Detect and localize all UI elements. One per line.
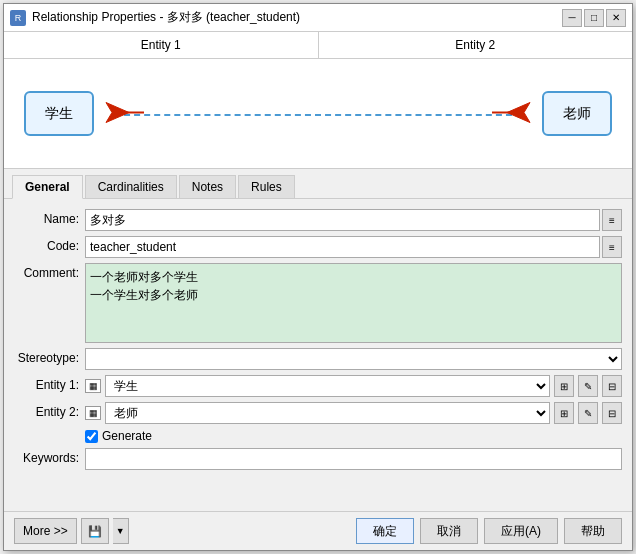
titlebar-left: R Relationship Properties - 多对多 (teacher…: [10, 9, 300, 26]
name-row: Name: ≡: [14, 209, 622, 231]
entity2-icon: ▦: [85, 406, 101, 420]
entity1-row-inner: ▦ 学生 ⊞ ✎ ⊟: [85, 375, 622, 397]
tabs-area: General Cardinalities Notes Rules: [4, 169, 632, 199]
titlebar: R Relationship Properties - 多对多 (teacher…: [4, 4, 632, 32]
entity1-header: Entity 1: [4, 32, 319, 58]
arrow-right: [492, 97, 532, 130]
comment-input[interactable]: 一个老师对多个学生 一个学生对多个老师: [85, 263, 622, 343]
entity2-btn1[interactable]: ⊞: [554, 402, 574, 424]
entity2-row-inner: ▦ 老师 ⊞ ✎ ⊟: [85, 402, 622, 424]
entity2-header: Entity 2: [319, 32, 633, 58]
save-button[interactable]: 💾: [81, 518, 109, 544]
content-area: Name: ≡ Code: ≡ Comment: 一个老师对多个学生 一个学生对…: [4, 199, 632, 511]
name-input[interactable]: [85, 209, 600, 231]
confirm-button[interactable]: 确定: [356, 518, 414, 544]
dropdown-icon: ▼: [116, 526, 125, 536]
help-button[interactable]: 帮助: [564, 518, 622, 544]
app-icon: R: [10, 10, 26, 26]
entity1-label: Entity 1:: [14, 375, 79, 392]
code-row: Code: ≡: [14, 236, 622, 258]
entity2-row: Entity 2: ▦ 老师 ⊞ ✎ ⊟: [14, 402, 622, 424]
entity2-btn3[interactable]: ⊟: [602, 402, 622, 424]
main-window: R Relationship Properties - 多对多 (teacher…: [3, 3, 633, 551]
maximize-button[interactable]: □: [584, 9, 604, 27]
generate-label: Generate: [102, 429, 152, 443]
entity1-select[interactable]: 学生: [105, 375, 550, 397]
entity-left-label: 学生: [45, 105, 73, 123]
titlebar-controls: ─ □ ✕: [562, 9, 626, 27]
code-label: Code:: [14, 236, 79, 253]
generate-checkbox[interactable]: [85, 430, 98, 443]
entity-box-right: 老师: [542, 91, 612, 136]
stereotype-label: Stereotype:: [14, 348, 79, 365]
entity2-btn2[interactable]: ✎: [578, 402, 598, 424]
keywords-input[interactable]: [85, 448, 622, 470]
minimize-button[interactable]: ─: [562, 9, 582, 27]
entity1-icon: ▦: [85, 379, 101, 393]
dashed-line: [114, 114, 522, 116]
tab-general[interactable]: General: [12, 175, 83, 199]
save-icon: 💾: [88, 525, 102, 538]
entity2-label: Entity 2:: [14, 402, 79, 419]
entity1-row: Entity 1: ▦ 学生 ⊞ ✎ ⊟: [14, 375, 622, 397]
stereotype-select[interactable]: [85, 348, 622, 370]
window-title: Relationship Properties - 多对多 (teacher_s…: [32, 9, 300, 26]
code-input[interactable]: [85, 236, 600, 258]
stereotype-row: Stereotype:: [14, 348, 622, 370]
code-side-btn[interactable]: ≡: [602, 236, 622, 258]
tab-rules[interactable]: Rules: [238, 175, 295, 198]
diagram-area: 学生 老师: [4, 59, 632, 169]
entity2-select[interactable]: 老师: [105, 402, 550, 424]
code-input-group: ≡: [85, 236, 622, 258]
name-label: Name:: [14, 209, 79, 226]
generate-row: Generate: [85, 429, 622, 443]
save-dropdown[interactable]: ▼: [113, 518, 129, 544]
comment-label: Comment:: [14, 263, 79, 280]
tab-cardinalities[interactable]: Cardinalities: [85, 175, 177, 198]
entity1-btn3[interactable]: ⊟: [602, 375, 622, 397]
entity1-btn2[interactable]: ✎: [578, 375, 598, 397]
action-buttons: 确定 取消 应用(A) 帮助: [356, 518, 622, 544]
tab-notes[interactable]: Notes: [179, 175, 236, 198]
close-button[interactable]: ✕: [606, 9, 626, 27]
name-side-btn[interactable]: ≡: [602, 209, 622, 231]
name-input-group: ≡: [85, 209, 622, 231]
entity1-btn1[interactable]: ⊞: [554, 375, 574, 397]
cancel-button[interactable]: 取消: [420, 518, 478, 544]
apply-button[interactable]: 应用(A): [484, 518, 558, 544]
arrow-left: [104, 97, 144, 130]
comment-row: Comment: 一个老师对多个学生 一个学生对多个老师: [14, 263, 622, 343]
bottom-left: More >> 💾 ▼: [14, 518, 129, 544]
entity-header: Entity 1 Entity 2: [4, 32, 632, 59]
connector-area: [94, 91, 542, 136]
entity-right-label: 老师: [563, 105, 591, 123]
keywords-label: Keywords:: [14, 448, 79, 465]
bottom-bar: More >> 💾 ▼ 确定 取消 应用(A) 帮助: [4, 511, 632, 550]
keywords-row: Keywords:: [14, 448, 622, 470]
more-button[interactable]: More >>: [14, 518, 77, 544]
entity-box-left: 学生: [24, 91, 94, 136]
